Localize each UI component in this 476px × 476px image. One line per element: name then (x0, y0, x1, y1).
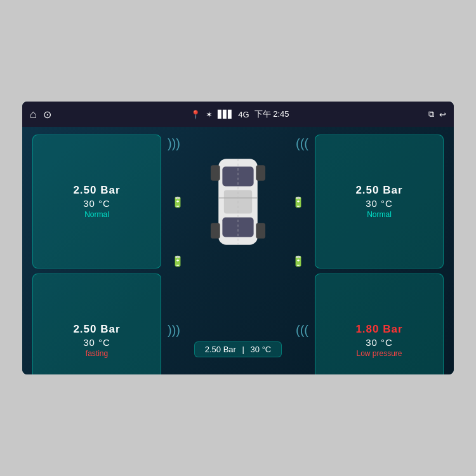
back-icon[interactable]: ↩ (439, 110, 446, 119)
rl-temperature: 30 °C (83, 337, 110, 348)
fr-pressure: 2.50 Bar (355, 184, 402, 197)
battery-rr-icon: 🔋 (292, 255, 305, 267)
fl-status: Normal (84, 210, 109, 219)
main-content: 2.50 Bar 30 °C Normal ))) ((( 🔋 (22, 127, 454, 374)
top-sensors: ))) ((( (166, 137, 310, 150)
center-temperature: 30 °C (251, 345, 272, 354)
tire-front-right: 2.50 Bar 30 °C Normal (315, 135, 444, 268)
status-bar: ⌂ ⊙ 📍 ✶ ▋▋▋ 4G 下午 2:45 ⧉ ↩ (22, 102, 454, 127)
status-left: ⌂ ⊙ (30, 108, 51, 121)
battery-fl-icon: 🔋 (171, 196, 184, 208)
network-label: 4G (238, 110, 249, 119)
window-icon[interactable]: ⧉ (428, 109, 434, 119)
device-frame: ⌂ ⊙ 📍 ✶ ▋▋▋ 4G 下午 2:45 ⧉ ↩ 2.50 Bar 30 °… (22, 102, 454, 374)
sensor-rl-wave: ))) (168, 324, 180, 336)
fr-temperature: 30 °C (366, 198, 393, 209)
center-top: ))) ((( 🔋 (166, 135, 310, 268)
status-center: 📍 ✶ ▋▋▋ 4G 下午 2:45 (190, 109, 289, 120)
rr-pressure: 1.80 Bar (355, 323, 402, 336)
rr-temperature: 30 °C (366, 337, 393, 348)
fl-temperature: 30 °C (83, 198, 110, 209)
bluetooth-icon: ✶ (206, 110, 213, 119)
svg-rect-4 (211, 165, 220, 181)
battery-rl-icon: 🔋 (171, 255, 184, 267)
fr-status: Normal (367, 210, 392, 219)
center-info-bar: 2.50 Bar | 30 °C (194, 341, 282, 357)
time-display: 下午 2:45 (255, 109, 289, 120)
center-pressure: 2.50 Bar (205, 345, 236, 354)
rl-pressure: 2.50 Bar (73, 323, 120, 336)
svg-rect-6 (211, 223, 220, 239)
svg-rect-5 (256, 165, 265, 181)
location-icon: 📍 (190, 110, 201, 119)
tpms-icon[interactable]: ⊙ (43, 109, 51, 121)
sensor-fl-wave: ))) (168, 137, 180, 150)
center-bottom: ))) ((( 2.50 Bar | 30 °C (166, 274, 310, 374)
fl-pressure: 2.50 Bar (73, 184, 120, 197)
bottom-sensors: ))) ((( (166, 324, 310, 336)
sensor-fr-wave: ((( (296, 137, 308, 150)
tpms-grid: 2.50 Bar 30 °C Normal ))) ((( 🔋 (32, 135, 444, 374)
car-top-view (203, 151, 273, 253)
home-icon[interactable]: ⌂ (30, 108, 37, 121)
status-right: ⧉ ↩ (428, 109, 446, 119)
battery-fr-icon: 🔋 (292, 196, 305, 208)
rr-status: Low pressure (356, 349, 402, 358)
tire-rear-left: 2.50 Bar 30 °C fasting (32, 274, 161, 374)
center-divider: | (242, 345, 244, 354)
signal-icon: ▋▋▋ (218, 110, 233, 119)
sensor-rr-wave: ((( (296, 324, 308, 336)
rl-status: fasting (86, 349, 108, 358)
tire-rear-right: 1.80 Bar 30 °C Low pressure (315, 274, 444, 374)
svg-rect-7 (256, 223, 265, 239)
tire-front-left: 2.50 Bar 30 °C Normal (32, 135, 161, 268)
